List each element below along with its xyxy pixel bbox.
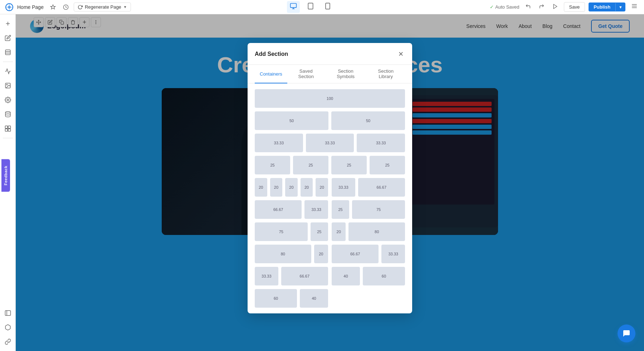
sidebar-link-button[interactable] [1, 335, 14, 348]
grid-cell-25[interactable]: 25 [255, 156, 290, 174]
grid-cell-40[interactable]: 40 [332, 267, 360, 285]
grid-row: 100 [255, 89, 405, 108]
grid-row-group: 80 20 66.67 33.33 [255, 245, 405, 263]
sidebar-analytics-button[interactable] [1, 65, 14, 78]
grid-cell-25[interactable]: 25 [370, 156, 405, 174]
svg-point-1 [8, 6, 11, 9]
sidebar-template-button[interactable] [1, 307, 14, 319]
grid-cell-25[interactable]: 25 [331, 156, 367, 174]
sidebar-settings-button[interactable] [1, 93, 14, 106]
grid-cell-100[interactable]: 100 [255, 89, 405, 108]
grid-row: 33.33 33.33 33.33 [255, 134, 405, 152]
regenerate-button[interactable]: Regenerate Page ▼ [74, 3, 131, 11]
sidebar-divider [3, 62, 13, 62]
history-icon-button[interactable] [61, 3, 71, 11]
grid-cell-33[interactable]: 33.33 [255, 134, 303, 152]
pin-icon-button[interactable] [48, 3, 58, 11]
tab-containers[interactable]: Containers [255, 65, 287, 83]
publish-button[interactable]: Publish ▼ [589, 3, 625, 11]
grid-cell-67[interactable]: 66.67 [255, 200, 302, 219]
desktop-device-button[interactable] [287, 1, 300, 13]
grid-cell-80[interactable]: 80 [348, 222, 405, 241]
grid-cell-67[interactable]: 66.67 [332, 245, 379, 263]
svg-rect-27 [5, 311, 10, 316]
svg-marker-10 [553, 4, 557, 9]
grid-row: 66.67 33.33 [332, 245, 405, 263]
grid-row: 33.33 66.67 [255, 267, 328, 285]
grid-row-group: 60 40 [255, 289, 405, 308]
mobile-device-button[interactable] [321, 1, 334, 13]
sidebar-layers-button[interactable] [1, 46, 14, 59]
grid-row-group: 75 25 20 80 [255, 222, 405, 241]
grid-row-group: 66.67 33.33 25 75 [255, 200, 405, 219]
auto-saved-status: ✓ Auto Saved [490, 4, 519, 10]
undo-button[interactable] [523, 2, 533, 12]
grid-cell-50[interactable]: 50 [255, 111, 328, 130]
grid-row: 20 20 20 20 20 [255, 178, 328, 197]
grid-cell-25[interactable]: 25 [332, 200, 349, 219]
svg-rect-25 [5, 129, 8, 131]
sidebar-add-button[interactable] [1, 17, 14, 30]
preview-button[interactable] [550, 2, 560, 12]
tab-saved-section[interactable]: Saved Section [287, 65, 325, 83]
svg-rect-23 [5, 126, 8, 129]
device-switcher [134, 1, 487, 13]
grid-cell-67[interactable]: 66.67 [281, 267, 328, 285]
grid-row-empty [332, 289, 405, 308]
page-title: Home Page [17, 4, 44, 10]
grid-cell-75[interactable]: 75 [352, 200, 405, 219]
grid-cell-40[interactable]: 40 [300, 289, 328, 308]
tab-section-library[interactable]: Section Library [367, 65, 405, 83]
svg-rect-3 [290, 4, 296, 8]
grid-cell-60[interactable]: 60 [363, 267, 405, 285]
grid-row: 60 40 [255, 289, 328, 308]
grid-cell-20[interactable]: 20 [301, 178, 313, 197]
grid-cell-20[interactable]: 20 [270, 178, 283, 197]
tablet-device-button[interactable] [304, 1, 317, 13]
grid-cell-33[interactable]: 33.33 [332, 178, 355, 197]
grid-cell-25[interactable]: 25 [311, 222, 328, 241]
grid-cell-50[interactable]: 50 [331, 111, 405, 130]
sidebar-edit-button[interactable] [1, 32, 14, 44]
grid-cell-20[interactable]: 20 [316, 178, 328, 197]
grid-cell-60[interactable]: 60 [255, 289, 297, 308]
chat-bubble[interactable] [618, 324, 635, 342]
grid-cell-75[interactable]: 75 [255, 222, 308, 241]
feedback-tab[interactable]: Feedback [1, 159, 10, 192]
modal-header: Add Section ✕ [248, 43, 412, 65]
sidebar-divider-2 [3, 138, 13, 138]
redo-button[interactable] [537, 2, 547, 12]
modal-overlay[interactable]: Add Section ✕ Containers Saved Section S… [16, 14, 644, 351]
grid-row: 25 25 25 25 [255, 156, 405, 174]
grid-cell-33[interactable]: 33.33 [255, 267, 278, 285]
grid-cell-80[interactable]: 80 [255, 245, 311, 263]
svg-point-21 [7, 99, 9, 101]
grid-row: 50 50 [255, 111, 405, 130]
container-grid: 100 50 50 33.33 33.33 33.33 25 25 25 [248, 83, 412, 313]
svg-rect-26 [8, 129, 10, 131]
grid-cell-20[interactable]: 20 [314, 245, 328, 263]
grid-cell-33[interactable]: 33.33 [304, 200, 328, 219]
sidebar-blocks-button[interactable] [1, 321, 14, 334]
grid-cell-20[interactable]: 20 [285, 178, 298, 197]
grid-cell-33[interactable]: 33.33 [306, 134, 354, 152]
grid-row: 66.67 33.33 [255, 200, 328, 219]
tab-section-symbols[interactable]: Section Symbols [325, 65, 367, 83]
sidebar-apps-button[interactable] [1, 122, 14, 135]
sidebar-database-button[interactable] [1, 108, 14, 121]
add-section-modal: Add Section ✕ Containers Saved Section S… [248, 43, 412, 313]
grid-cell-33[interactable]: 33.33 [381, 245, 405, 263]
grid-cell-33[interactable]: 33.33 [357, 134, 405, 152]
grid-cell-25[interactable]: 25 [293, 156, 328, 174]
sidebar-media-button[interactable] [1, 79, 14, 92]
menu-button[interactable] [629, 1, 640, 13]
grid-cell-20[interactable]: 20 [255, 178, 267, 197]
modal-close-button[interactable]: ✕ [397, 49, 405, 59]
grid-cell-67[interactable]: 66.67 [358, 178, 405, 197]
regenerate-chevron-icon: ▼ [123, 5, 127, 9]
grid-row: 25 75 [332, 200, 405, 219]
grid-cell-20[interactable]: 20 [332, 222, 346, 241]
publish-chevron-icon[interactable]: ▼ [615, 3, 625, 11]
grid-row: 20 80 [332, 222, 405, 241]
save-button[interactable]: Save [564, 2, 585, 12]
